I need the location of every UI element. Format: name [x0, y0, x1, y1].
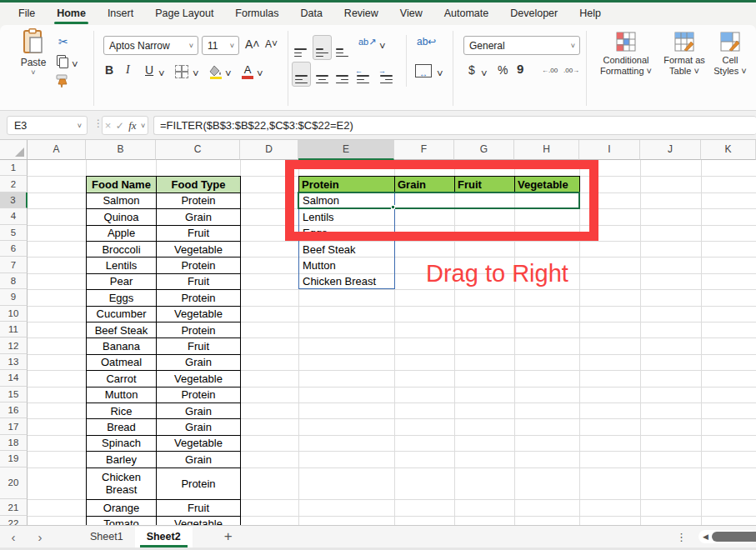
food-name-cell[interactable]: Spinach: [86, 435, 157, 452]
accounting-chevron[interactable]: ˅: [481, 68, 488, 80]
food-name-cell[interactable]: Bread: [86, 418, 157, 435]
food-type-cell[interactable]: Grain: [156, 354, 241, 371]
tab-page-layout[interactable]: Page Layout: [144, 2, 224, 25]
food-name-cell[interactable]: Broccoli: [86, 241, 157, 258]
orientation-button[interactable]: ab↗: [358, 37, 376, 48]
sheet-tab-sheet1[interactable]: Sheet1: [78, 527, 135, 548]
align-center-button[interactable]: [316, 65, 328, 83]
decrease-indent-button[interactable]: ←: [357, 65, 369, 83]
row-header-7[interactable]: 7: [0, 257, 28, 272]
food-table-header[interactable]: Food Type: [156, 176, 241, 192]
copy-button[interactable]: [57, 55, 67, 70]
row-header-4[interactable]: 4: [0, 208, 28, 224]
tab-view[interactable]: View: [389, 2, 433, 25]
food-table-header[interactable]: Food Name: [86, 176, 157, 192]
name-box-chevron[interactable]: ˅: [78, 122, 82, 130]
food-name-cell[interactable]: Orange: [86, 499, 157, 516]
insert-function-icon[interactable]: fx: [128, 119, 136, 132]
row-header-12[interactable]: 12: [0, 338, 28, 353]
row-header-9[interactable]: 9: [0, 289, 28, 305]
align-right-button[interactable]: [336, 65, 348, 83]
scroll-left-icon[interactable]: ◀: [703, 532, 708, 541]
food-type-cell[interactable]: Protein: [156, 192, 241, 209]
food-name-cell[interactable]: Banana: [86, 338, 157, 354]
align-middle-button[interactable]: [313, 35, 332, 60]
borders-icon[interactable]: [175, 65, 188, 78]
column-header-g[interactable]: G: [454, 140, 514, 160]
food-type-cell[interactable]: Grain: [156, 451, 241, 468]
column-header-i[interactable]: I: [579, 140, 640, 160]
food-type-cell[interactable]: Protein: [156, 257, 241, 273]
tab-file[interactable]: File: [8, 2, 46, 25]
row-header-5[interactable]: 5: [0, 225, 28, 241]
row-header-13[interactable]: 13: [0, 354, 28, 370]
decrease-font-size-button[interactable]: A˅: [265, 38, 278, 50]
number-format-combobox[interactable]: General˅: [463, 36, 580, 55]
row-header-10[interactable]: 10: [0, 306, 28, 322]
food-name-cell[interactable]: Eggs: [86, 289, 157, 306]
paste-button[interactable]: Paste ˅: [15, 28, 52, 93]
tab-automate[interactable]: Automate: [433, 2, 500, 25]
cut-icon[interactable]: ✂: [58, 35, 68, 48]
underline-chevron[interactable]: ˅: [158, 68, 165, 80]
increase-indent-button[interactable]: →: [380, 65, 393, 83]
food-type-cell[interactable]: Vegetable: [156, 306, 241, 322]
formula-input[interactable]: =FILTER($B$3:$B$22,$C$3:$C$22=E2): [153, 116, 756, 135]
food-name-cell[interactable]: Mutton: [86, 387, 157, 403]
sheet-nav-left-icon[interactable]: ‹: [0, 530, 27, 544]
decrease-decimal-button[interactable]: .00→: [563, 67, 579, 74]
row-header-3[interactable]: 3: [0, 192, 28, 208]
font-color-button[interactable]: A: [242, 63, 253, 79]
scrollbar-thumb[interactable]: [712, 532, 756, 542]
food-name-cell[interactable]: Chicken Breast: [86, 468, 157, 501]
column-header-e[interactable]: E: [298, 140, 394, 160]
food-type-cell[interactable]: Protein: [156, 289, 241, 306]
food-name-cell[interactable]: Carrot: [86, 370, 157, 387]
row-header-16[interactable]: 16: [0, 402, 28, 418]
format-painter-button[interactable]: [55, 73, 70, 92]
sheet-tab-sheet2[interactable]: Sheet2: [135, 527, 193, 548]
row-header-15[interactable]: 15: [0, 387, 28, 402]
column-header-b[interactable]: B: [86, 140, 156, 160]
column-header-k[interactable]: K: [701, 140, 756, 160]
select-all-corner[interactable]: [0, 140, 28, 160]
tab-formulas[interactable]: Formulas: [224, 2, 289, 25]
food-type-cell[interactable]: Vegetable: [156, 435, 241, 452]
food-type-cell[interactable]: Vegetable: [156, 516, 241, 525]
column-header-f[interactable]: F: [394, 140, 454, 160]
tab-developer[interactable]: Developer: [499, 2, 568, 25]
food-name-cell[interactable]: Lentils: [86, 257, 157, 273]
row-header-6[interactable]: 6: [0, 241, 28, 257]
cancel-icon[interactable]: ×: [105, 119, 112, 132]
food-name-cell[interactable]: Quinoa: [86, 208, 157, 225]
underline-button[interactable]: U: [145, 63, 153, 77]
food-type-cell[interactable]: Grain: [156, 208, 241, 225]
bold-button[interactable]: B: [105, 63, 113, 77]
tab-insert[interactable]: Insert: [97, 2, 144, 25]
food-type-cell[interactable]: Protein: [156, 322, 241, 338]
column-header-a[interactable]: A: [28, 140, 86, 160]
food-name-cell[interactable]: Barley: [86, 451, 157, 468]
food-type-cell[interactable]: Vegetable: [156, 241, 241, 258]
row-header-19[interactable]: 19: [0, 451, 28, 467]
align-left-button[interactable]: [292, 62, 311, 87]
row-header-8[interactable]: 8: [0, 273, 28, 289]
fill-color-button[interactable]: [208, 64, 223, 82]
food-name-cell[interactable]: Oatmeal: [86, 354, 157, 371]
wrap-text-button[interactable]: ab↩: [417, 36, 436, 48]
column-header-d[interactable]: D: [240, 140, 298, 160]
row-header-11[interactable]: 11: [0, 322, 28, 338]
column-header-j[interactable]: J: [640, 140, 701, 160]
column-header-h[interactable]: H: [514, 140, 579, 160]
row-header-21[interactable]: 21: [0, 499, 28, 515]
food-name-cell[interactable]: Tomato: [86, 516, 157, 525]
cell-styles-button[interactable]: Cell Styles ˅: [710, 32, 750, 77]
row-header-17[interactable]: 17: [0, 418, 28, 434]
font-name-combobox[interactable]: Aptos Narrow˅: [103, 36, 198, 55]
align-bottom-button[interactable]: [336, 38, 348, 57]
food-name-cell[interactable]: Apple: [86, 225, 157, 242]
tab-review[interactable]: Review: [333, 2, 389, 25]
percent-style-button[interactable]: %: [498, 63, 508, 77]
add-sheet-button[interactable]: +: [224, 528, 233, 545]
conditional-formatting-button[interactable]: Conditional Formatting ˅: [595, 32, 657, 77]
